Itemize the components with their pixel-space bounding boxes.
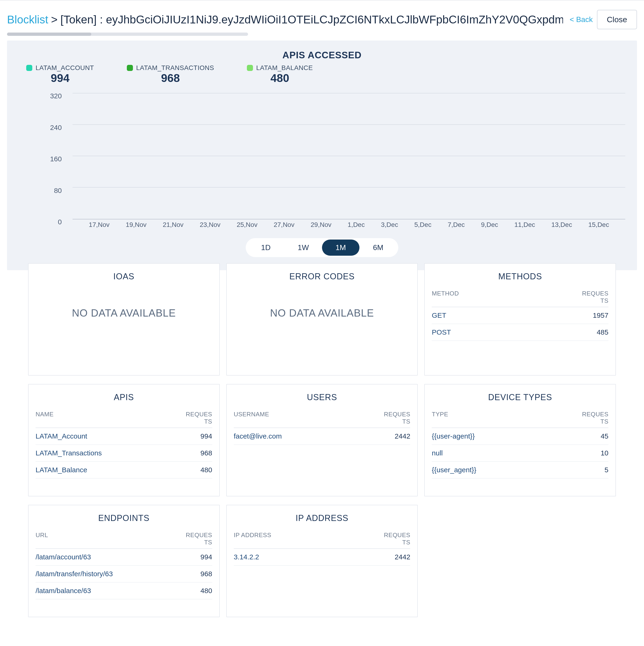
table-row[interactable]: {{user-agent}}45 — [432, 428, 609, 445]
card-methods: METHODS METHOD REQUESTS GET1957POST485 — [424, 263, 616, 375]
table-row[interactable]: facet@live.com2442 — [234, 428, 410, 445]
legend-label: LATAM_TRANSACTIONS — [136, 64, 214, 72]
x-tick-label: 7,Dec — [448, 221, 465, 228]
no-data-label: NO DATA AVAILABLE — [35, 307, 212, 319]
x-tick-label: 27,Nov — [274, 221, 294, 228]
card-title: ENDPOINTS — [35, 513, 212, 523]
breadcrumb-blocklist[interactable]: Blocklist — [7, 13, 48, 26]
users-table: USERNAME REQUESTS facet@live.com2442 — [234, 407, 410, 445]
page-header: Blocklist > [Token] : eyJhbGciOiJIUzI1Ni… — [0, 0, 644, 32]
x-tick-label: 13,Dec — [551, 221, 572, 228]
chart-y-axis: 080160240320 — [14, 93, 68, 222]
timerange-1w[interactable]: 1W — [284, 239, 322, 256]
cell-requests: 968 — [167, 565, 212, 582]
chart-plot: 080160240320 17,Nov19,Nov21,Nov23,Nov25,… — [14, 93, 630, 232]
legend-item-latam-transactions: LATAM_TRANSACTIONS 968 — [127, 64, 214, 85]
col-header: USERNAME — [234, 407, 348, 428]
x-tick-label: 21,Nov — [163, 221, 183, 228]
stats-card-grid: IOAS NO DATA AVAILABLE ERROR CODES NO DA… — [7, 263, 637, 631]
timerange-6m[interactable]: 6M — [360, 239, 397, 256]
col-header: NAME — [35, 407, 162, 428]
cell-name: /latam/balance/63 — [35, 582, 167, 599]
close-button[interactable]: Close — [597, 10, 637, 29]
header-scrollbar-thumb[interactable] — [7, 32, 91, 36]
col-header: TYPE — [432, 407, 543, 428]
cell-requests: 2442 — [348, 428, 410, 445]
cell-name: /latam/account/63 — [35, 549, 167, 565]
card-ip-address: IP ADDRESS IP ADDRESS REQUESTS 3.14.2.22… — [226, 505, 418, 617]
legend-swatch-icon — [26, 65, 32, 71]
cell-name: facet@live.com — [234, 428, 348, 445]
x-tick-label: 5,Dec — [414, 221, 431, 228]
card-title: ERROR CODES — [234, 272, 410, 282]
table-row[interactable]: /latam/account/63994 — [35, 549, 212, 565]
col-header: IP ADDRESS — [234, 528, 338, 549]
x-tick-label: 17,Nov — [89, 221, 110, 228]
table-row[interactable]: LATAM_Transactions968 — [35, 445, 212, 461]
y-tick-label: 0 — [58, 218, 62, 221]
col-header: REQUESTS — [521, 287, 609, 307]
timerange-1m[interactable]: 1M — [322, 239, 360, 256]
apis-table: NAME REQUESTS LATAM_Account994LATAM_Tran… — [35, 407, 212, 478]
table-row[interactable]: null10 — [432, 445, 609, 461]
cell-name: {{user_agent}} — [432, 461, 543, 478]
breadcrumb-separator: > — [51, 13, 57, 26]
card-endpoints: ENDPOINTS URL REQUESTS /latam/account/63… — [28, 505, 220, 617]
endpoints-table: URL REQUESTS /latam/account/63994/latam/… — [35, 528, 212, 600]
cell-name: LATAM_Account — [35, 428, 162, 445]
chart-title: APIS ACCESSED — [12, 50, 632, 61]
table-row[interactable]: LATAM_Account994 — [35, 428, 212, 445]
timerange-1d[interactable]: 1D — [247, 239, 284, 256]
cell-requests: 45 — [543, 428, 609, 445]
card-title: USERS — [234, 393, 410, 402]
cell-name: LATAM_Transactions — [35, 445, 162, 461]
card-title: IP ADDRESS — [234, 513, 410, 523]
table-row[interactable]: {{user_agent}}5 — [432, 461, 609, 478]
no-data-label: NO DATA AVAILABLE — [234, 307, 410, 319]
col-header: METHOD — [432, 287, 521, 307]
legend-total: 994 — [26, 72, 94, 85]
device-types-table: TYPE REQUESTS {{user-agent}}45null10{{us… — [432, 407, 609, 478]
chart-legend: LATAM_ACCOUNT 994 LATAM_TRANSACTIONS 968… — [12, 61, 632, 89]
cell-requests: 968 — [162, 445, 212, 461]
cell-name: LATAM_Balance — [35, 461, 162, 478]
ip-address-table: IP ADDRESS REQUESTS 3.14.2.22442 — [234, 528, 410, 566]
x-tick-label: 19,Nov — [126, 221, 146, 228]
x-tick-label: 9,Dec — [481, 221, 498, 228]
cell-name: null — [432, 445, 543, 461]
card-apis: APIS NAME REQUESTS LATAM_Account994LATAM… — [28, 384, 220, 497]
x-tick-label: 23,Nov — [200, 221, 221, 228]
legend-label: LATAM_BALANCE — [256, 64, 313, 72]
chart-x-axis: 17,Nov19,Nov21,Nov23,Nov25,Nov27,Nov29,N… — [73, 220, 625, 232]
card-title: IOAS — [35, 272, 212, 282]
col-header: REQUESTS — [162, 407, 212, 428]
back-link[interactable]: < Back — [569, 15, 593, 24]
header-scrollbar[interactable] — [7, 32, 248, 36]
card-title: METHODS — [432, 272, 609, 282]
legend-swatch-icon — [247, 65, 253, 71]
table-row[interactable]: 3.14.2.22442 — [234, 549, 410, 565]
chart-plot-area — [73, 93, 625, 219]
cell-name: POST — [432, 324, 521, 341]
table-row[interactable]: /latam/transfer/history/63968 — [35, 565, 212, 582]
table-row[interactable]: GET1957 — [432, 307, 609, 324]
legend-total: 480 — [247, 72, 313, 85]
cell-name: 3.14.2.2 — [234, 549, 338, 565]
x-tick-label: 15,Dec — [588, 221, 609, 228]
cell-requests: 2442 — [338, 549, 410, 565]
methods-table: METHOD REQUESTS GET1957POST485 — [432, 287, 609, 341]
y-tick-label: 320 — [50, 92, 62, 95]
cell-requests: 485 — [521, 324, 609, 341]
table-row[interactable]: LATAM_Balance480 — [35, 461, 212, 478]
apis-accessed-panel: APIS ACCESSED LATAM_ACCOUNT 994 LATAM_TR… — [7, 40, 637, 270]
legend-item-latam-balance: LATAM_BALANCE 480 — [247, 64, 313, 85]
table-row[interactable]: POST485 — [432, 324, 609, 341]
legend-total: 968 — [127, 72, 214, 85]
col-header: REQUESTS — [338, 528, 410, 549]
cell-name: /latam/transfer/history/63 — [35, 565, 167, 582]
col-header: REQUESTS — [348, 407, 410, 428]
col-header: REQUESTS — [167, 528, 212, 549]
col-header: REQUESTS — [543, 407, 609, 428]
cell-requests: 994 — [167, 549, 212, 565]
table-row[interactable]: /latam/balance/63480 — [35, 582, 212, 599]
